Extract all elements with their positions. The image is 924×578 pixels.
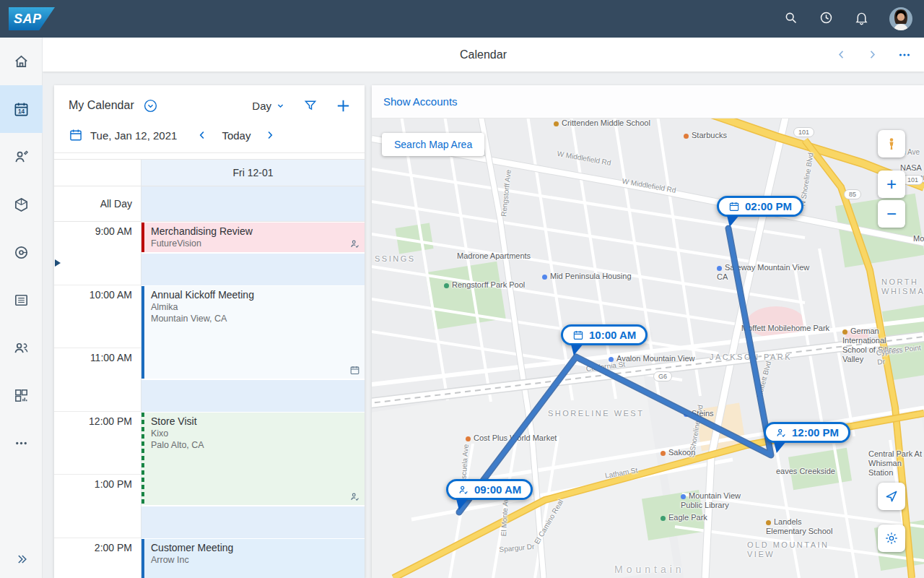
people-icon xyxy=(13,340,30,356)
page-title: Calendar xyxy=(43,38,924,72)
visit-icon xyxy=(349,238,360,249)
view-select[interactable]: Day xyxy=(252,100,286,112)
navigation-rail: 14 xyxy=(0,38,43,578)
rail-item-orders[interactable] xyxy=(0,276,43,324)
expand-sidebar-button[interactable] xyxy=(0,546,43,572)
current-time-marker xyxy=(55,259,61,267)
calendar-icon xyxy=(728,201,740,212)
previous-day-icon[interactable] xyxy=(196,129,209,142)
profile-avatar[interactable] xyxy=(889,7,912,30)
rail-item-calendar[interactable]: 14 xyxy=(0,85,43,133)
pin-time-label: 10:00 AM xyxy=(589,329,636,341)
zoom-in-button[interactable]: + xyxy=(878,171,905,198)
ellipsis-icon xyxy=(13,435,30,452)
search-icon xyxy=(783,10,798,25)
map-pin-09-00-am[interactable]: 09:00 AM xyxy=(446,479,533,500)
notifications-button[interactable] xyxy=(854,10,869,27)
map-header: Show Accounts xyxy=(372,85,924,118)
recents-button[interactable] xyxy=(819,10,834,27)
event-subtitle: Almika xyxy=(151,301,359,313)
chevron-down-icon xyxy=(275,100,286,111)
today-button[interactable]: Today xyxy=(222,129,250,142)
locate-button[interactable] xyxy=(878,483,905,510)
busy-strip xyxy=(141,254,365,285)
avatar-image xyxy=(889,7,912,30)
map-settings-button[interactable] xyxy=(878,525,905,552)
date-picker-icon[interactable] xyxy=(69,128,83,142)
add-appointment-icon[interactable] xyxy=(335,98,352,114)
navigate-forward-icon[interactable] xyxy=(866,48,879,61)
clock-icon xyxy=(819,10,834,25)
time-label: 2:00 PM xyxy=(54,542,141,553)
search-button[interactable] xyxy=(783,10,798,27)
day-grid: Fri 12-01 All Day 9:00 AM10:00 AM11:00 A… xyxy=(54,159,365,578)
events-layer[interactable]: Merchandising ReviewFutureVisionAnnual K… xyxy=(141,222,365,578)
event-title: Annual Kickoff Meeting xyxy=(151,288,359,301)
pin-time-label: 12:00 PM xyxy=(792,426,839,439)
event-subtitle: Kixo xyxy=(151,428,359,439)
donut-icon xyxy=(13,244,30,261)
shell-bar: SAP xyxy=(0,0,924,38)
kpi-icon xyxy=(13,387,30,404)
calendar-select-icon[interactable] xyxy=(143,98,158,113)
navigate-back-icon[interactable] xyxy=(834,48,848,61)
pin-pointer xyxy=(771,442,785,453)
time-label: 1:00 PM xyxy=(54,478,141,490)
rail-item-more[interactable] xyxy=(0,419,43,467)
calendar-event[interactable]: Merchandising ReviewFutureVision xyxy=(141,223,365,252)
calendar-event[interactable]: Store VisitKixoPalo Alto, CA xyxy=(141,413,365,505)
time-label: 12:00 PM xyxy=(54,415,141,427)
visit-icon xyxy=(775,427,787,439)
calendar-event[interactable]: Annual Kickoff MeetingAlmikaMountain Vie… xyxy=(141,286,365,379)
rail-item-customers[interactable] xyxy=(0,133,43,181)
show-accounts-link[interactable]: Show Accounts xyxy=(383,95,458,108)
time-label: 11:00 AM xyxy=(54,352,141,363)
map[interactable]: Crittenden Middle SchoolStarbucksW Middl… xyxy=(372,118,924,578)
event-title: Customer Meeting xyxy=(151,541,359,554)
next-day-icon[interactable] xyxy=(263,129,276,142)
map-pin-12-00-pm[interactable]: 12:00 PM xyxy=(764,422,850,443)
map-pin-10-00-am[interactable]: 10:00 AM xyxy=(561,324,648,345)
pegman-button[interactable] xyxy=(878,130,905,158)
zoom-out-button[interactable]: − xyxy=(878,200,905,228)
map-pin-02-00-pm[interactable]: 02:00 PM xyxy=(717,196,803,217)
product-icon xyxy=(13,197,30,213)
rail-item-analytics[interactable] xyxy=(0,371,43,419)
pin-time-label: 09:00 AM xyxy=(474,483,521,496)
calendar-panel: My Calendar Day Tue, Jan 12, 2021 Today … xyxy=(54,85,365,578)
event-title: Store Visit xyxy=(151,415,359,428)
busy-strip xyxy=(141,380,365,412)
calendar-title: My Calendar xyxy=(69,99,134,112)
rail-item-sales[interactable] xyxy=(0,228,43,276)
gutter-header xyxy=(54,160,141,186)
rail-item-products[interactable] xyxy=(0,181,43,228)
day-column-header: Fri 12-01 xyxy=(141,160,365,186)
calendar-event[interactable]: Customer MeetingArrow Inc xyxy=(141,539,365,578)
busy-strip xyxy=(141,506,365,538)
calendar-icon xyxy=(572,329,584,341)
header-overflow-icon[interactable] xyxy=(897,47,912,63)
calendar-toolbar: My Calendar Day xyxy=(54,85,365,118)
visit-icon xyxy=(349,491,360,502)
time-label: 9:00 AM xyxy=(54,225,141,237)
rail-item-home[interactable] xyxy=(0,38,43,85)
navigation-arrow-icon xyxy=(884,489,899,504)
calendar-icon: 14 xyxy=(13,101,30,118)
event-subtitle: Arrow Inc xyxy=(151,554,359,566)
pegman-icon xyxy=(884,137,899,151)
view-select-value: Day xyxy=(252,100,271,112)
svg-text:14: 14 xyxy=(18,108,25,115)
visit-icon xyxy=(458,484,469,496)
appointment-icon xyxy=(349,365,360,376)
page-header: Calendar xyxy=(43,38,924,72)
pin-time-label: 02:00 PM xyxy=(745,200,792,212)
map-panel: Show Accounts xyxy=(372,85,924,578)
pin-pointer xyxy=(453,499,468,510)
rail-item-contacts[interactable] xyxy=(0,324,43,371)
home-icon xyxy=(13,53,30,70)
all-day-label: All Day xyxy=(54,186,141,221)
all-day-area[interactable] xyxy=(141,186,365,221)
search-map-area-button[interactable]: Search Map Area xyxy=(382,133,484,156)
chevrons-right-icon xyxy=(14,552,29,566)
filter-icon[interactable] xyxy=(303,98,318,113)
